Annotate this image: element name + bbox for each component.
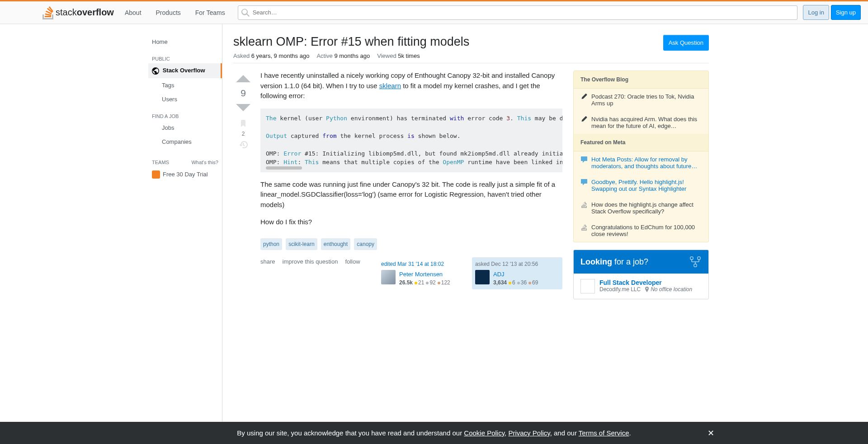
briefcase-icon — [152, 170, 160, 179]
speech-icon — [580, 179, 588, 186]
editor-card: edited Mar 31 '14 at 18:02 Peter Mortens… — [378, 257, 468, 290]
blog-item[interactable]: Podcast 270: Oracle tries to Tok, Nvidia… — [574, 89, 708, 111]
job-box: Looking for a job? Full Stack Developer … — [573, 250, 709, 299]
left-sidebar: Home PUBLIC Stack Overflow Tags Users FI… — [148, 24, 222, 444]
blog-header: The Overflow Blog — [574, 71, 708, 89]
sidebar-home[interactable]: Home — [148, 35, 222, 49]
sidebar-findjob-label: FIND A JOB — [148, 106, 222, 121]
job-item[interactable]: Full Stack Developer Decodify.me LLC No … — [574, 274, 708, 299]
asked-time: asked Dec 12 '13 at 20:56 — [475, 260, 559, 268]
bookmark-count: 2 — [233, 131, 253, 137]
meta-item[interactable]: How does the highlight.js change affect … — [574, 197, 708, 219]
logo[interactable]: stackoverflow — [39, 6, 118, 19]
tag[interactable]: scikit-learn — [286, 238, 317, 250]
edited-time[interactable]: edited Mar 31 '14 at 18:02 — [381, 260, 465, 268]
meta-item[interactable]: Goodbye, Prettify. Hello highlight.js! S… — [574, 174, 708, 197]
tag[interactable]: canopy — [354, 238, 377, 250]
whats-this-link[interactable]: What's this? — [191, 160, 218, 165]
question-tags: python scikit-learn enthought canopy — [260, 238, 562, 250]
close-icon[interactable]: ✕ — [708, 428, 714, 438]
vote-column: 9 2 — [233, 71, 260, 289]
login-button[interactable]: Log in — [803, 5, 829, 20]
main-content: sklearn OMP: Error #15 when fitting mode… — [222, 24, 720, 444]
cookie-policy-link[interactable]: Cookie Policy — [464, 429, 505, 437]
question-meta: Asked 6 years, 9 months ago Active 9 mon… — [233, 52, 709, 63]
privacy-policy-link[interactable]: Privacy Policy — [508, 429, 550, 437]
owner-name[interactable]: ADJ — [493, 271, 505, 278]
owner-card: asked Dec 12 '13 at 20:56 ADJ 3,63463669 — [472, 257, 562, 290]
post-actions: share improve this question follow — [260, 257, 360, 290]
timeline-button[interactable] — [233, 141, 253, 150]
sidebar-teams-label: TEAMS What's this? — [148, 149, 222, 167]
tag[interactable]: enthought — [321, 238, 350, 250]
pencil-icon — [580, 116, 588, 122]
job-header: Looking for a job? — [574, 250, 708, 274]
follow-link[interactable]: follow — [345, 257, 360, 290]
job-avatar — [580, 279, 595, 293]
meta-header: Featured on Meta — [574, 134, 708, 151]
svg-rect-1 — [698, 257, 700, 260]
sklearn-link[interactable]: sklearn — [379, 82, 401, 90]
svg-rect-0 — [690, 257, 693, 260]
stackoverflow-icon — [42, 6, 54, 19]
svg-rect-2 — [694, 264, 697, 267]
sidebar-jobs[interactable]: Jobs — [148, 121, 222, 135]
share-link[interactable]: share — [260, 257, 275, 290]
meta-item[interactable]: Congratulations to EdChum for 100,000 cl… — [574, 219, 708, 242]
nav-about[interactable]: About — [119, 6, 147, 19]
globe-icon — [152, 67, 159, 75]
editor-name[interactable]: Peter Mortensen — [399, 271, 443, 278]
sidebar-companies[interactable]: Companies — [148, 135, 222, 149]
search-wrap — [238, 5, 798, 20]
meta-item[interactable]: Hot Meta Posts: Allow for removal by mod… — [574, 151, 708, 174]
tos-link[interactable]: Terms of Service — [579, 429, 629, 437]
sidebar-public-label: PUBLIC — [148, 49, 222, 63]
header: stackoverflow About Products For Teams L… — [0, 1, 868, 24]
pencil-icon — [580, 93, 588, 99]
search-input[interactable] — [238, 5, 798, 20]
improve-link[interactable]: improve this question — [283, 257, 338, 290]
nav-for-teams[interactable]: For Teams — [190, 6, 231, 19]
ask-question-button[interactable]: Ask Question — [663, 35, 709, 51]
question-title: sklearn OMP: Error #15 when fitting mode… — [233, 35, 469, 49]
upvote-button[interactable] — [233, 71, 253, 87]
avatar[interactable] — [475, 270, 490, 284]
network-icon — [689, 255, 702, 268]
job-title[interactable]: Full Stack Developer — [599, 279, 662, 286]
location-icon — [644, 287, 650, 292]
blog-item[interactable]: Nvidia has acquired Arm. What does this … — [574, 111, 708, 134]
vote-count: 9 — [233, 88, 253, 99]
sidebar-trial[interactable]: Free 30 Day Trial — [148, 167, 222, 182]
tag[interactable]: python — [260, 238, 282, 250]
stackoverflow-mini-icon — [580, 201, 588, 208]
sidebar-users[interactable]: Users — [148, 92, 222, 106]
signup-button[interactable]: Sign up — [831, 5, 861, 20]
community-bulletin: The Overflow Blog Podcast 270: Oracle tr… — [573, 71, 709, 242]
right-sidebar: The Overflow Blog Podcast 270: Oracle tr… — [573, 71, 709, 299]
speech-icon — [580, 156, 588, 163]
nav-products[interactable]: Products — [151, 6, 186, 19]
cookie-banner: By using our site, you acknowledge that … — [0, 422, 868, 444]
sidebar-stackoverflow[interactable]: Stack Overflow — [148, 63, 222, 78]
search-icon — [241, 9, 250, 17]
sidebar-tags[interactable]: Tags — [148, 78, 222, 92]
question-body: I have recently uninstalled a nicely wor… — [260, 71, 562, 289]
code-block: The kernel (user Python environment) has… — [260, 109, 562, 172]
bookmark-button[interactable] — [233, 119, 253, 129]
downvote-button[interactable] — [233, 99, 253, 116]
stackoverflow-mini-icon — [580, 224, 588, 231]
avatar[interactable] — [381, 270, 396, 284]
